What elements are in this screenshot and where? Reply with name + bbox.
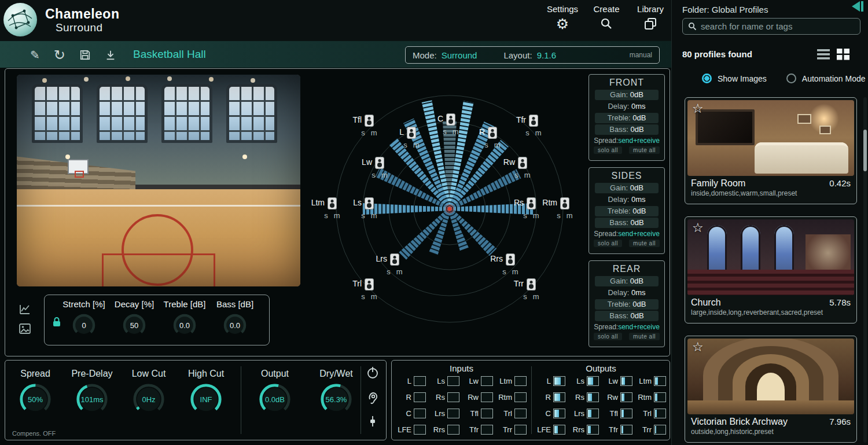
mute-button[interactable]: m bbox=[494, 141, 501, 149]
predelay-knob[interactable]: 101ms bbox=[75, 383, 109, 416]
group-spread[interactable]: Spread:send+receive bbox=[591, 230, 662, 238]
nav-settings[interactable]: Settings ⚙ bbox=[540, 4, 584, 32]
speaker-rs[interactable]: Rs sm bbox=[527, 197, 536, 209]
solo-button[interactable]: s bbox=[403, 141, 407, 149]
collapse-panel-icon[interactable] bbox=[848, 0, 866, 16]
save-icon[interactable] bbox=[79, 49, 91, 61]
output-meter[interactable] bbox=[553, 392, 565, 402]
download-icon[interactable] bbox=[105, 49, 116, 61]
mute-button[interactable]: m bbox=[533, 211, 539, 220]
output-meter[interactable] bbox=[553, 409, 565, 418]
grid-view-icon[interactable] bbox=[837, 49, 849, 60]
mute-button[interactable]: m bbox=[533, 292, 539, 301]
compensation-status[interactable]: Compens. OFF bbox=[12, 430, 56, 437]
solo-button[interactable]: s bbox=[557, 211, 561, 220]
solo-button[interactable]: s bbox=[372, 171, 376, 179]
profile-card-victorian-brick-archway[interactable]: ☆ Victorian Brick Archway 7.96s outside,… bbox=[685, 336, 857, 443]
group-treble[interactable]: Treble: 0dB bbox=[595, 113, 659, 123]
mute-button[interactable]: m bbox=[512, 267, 518, 276]
search-box[interactable] bbox=[682, 18, 860, 35]
input-meter[interactable] bbox=[514, 392, 527, 402]
output-meter[interactable] bbox=[587, 376, 599, 386]
image-icon[interactable] bbox=[18, 322, 32, 338]
spread-knob[interactable]: 50% bbox=[19, 383, 52, 416]
group-spread[interactable]: Spread:send+receive bbox=[591, 137, 662, 145]
speaker-l[interactable]: L sm bbox=[407, 127, 416, 139]
waterfall-chart-icon[interactable] bbox=[18, 303, 32, 319]
mute-button[interactable]: m bbox=[567, 211, 573, 220]
output-meter[interactable] bbox=[654, 425, 666, 435]
input-meter[interactable] bbox=[514, 425, 527, 435]
input-meter[interactable] bbox=[447, 409, 459, 418]
input-meter[interactable] bbox=[447, 425, 459, 435]
speaker-icon[interactable] bbox=[529, 115, 538, 127]
output-meter[interactable] bbox=[654, 409, 666, 418]
solo-button[interactable]: s bbox=[361, 211, 365, 220]
output-meter[interactable] bbox=[620, 376, 632, 386]
input-meter[interactable] bbox=[414, 409, 426, 418]
speaker-ltm[interactable]: Ltm sm bbox=[328, 197, 337, 209]
group-delay[interactable]: Delay: 0ms bbox=[595, 194, 659, 205]
speaker-icon[interactable] bbox=[390, 253, 399, 266]
gear-icon[interactable]: ⚙ bbox=[556, 16, 569, 32]
input-meter[interactable] bbox=[514, 376, 527, 386]
mute-button[interactable]: m bbox=[371, 128, 377, 137]
group-treble[interactable]: Treble: 0dB bbox=[595, 299, 659, 310]
preset-name[interactable]: Basketball Hall bbox=[133, 48, 206, 61]
nav-create[interactable]: Create bbox=[584, 4, 628, 32]
solo-button[interactable]: s bbox=[324, 211, 328, 220]
group-gain[interactable]: Gain: 0dB bbox=[595, 90, 659, 100]
mute-button[interactable]: m bbox=[524, 171, 531, 179]
speaker-icon[interactable] bbox=[365, 278, 374, 290]
speaker-lrs[interactable]: Lrs sm bbox=[390, 253, 399, 266]
mute-button[interactable]: m bbox=[371, 292, 377, 301]
drywet-knob[interactable]: 56.3% bbox=[319, 383, 353, 416]
input-meter[interactable] bbox=[414, 425, 426, 435]
speaker-r[interactable]: R sm bbox=[488, 127, 497, 139]
bass-knob[interactable]: 0.0 bbox=[222, 312, 248, 338]
input-meter[interactable] bbox=[414, 376, 426, 386]
speaker-lw[interactable]: Lw sm bbox=[375, 157, 384, 169]
speaker-icon[interactable] bbox=[560, 197, 569, 209]
mini-fader-icon[interactable] bbox=[365, 414, 382, 431]
solo-button[interactable]: s bbox=[525, 128, 529, 137]
group-delay[interactable]: Delay: 0ms bbox=[595, 101, 659, 112]
library-copy-icon[interactable] bbox=[643, 16, 657, 32]
input-meter[interactable] bbox=[514, 409, 527, 418]
treble-knob[interactable]: 0.0 bbox=[172, 312, 197, 338]
mode-value[interactable]: Surround bbox=[442, 50, 477, 60]
mute-button[interactable]: m bbox=[396, 267, 403, 276]
speaker-tfr[interactable]: Tfr sm bbox=[529, 115, 538, 127]
input-meter[interactable] bbox=[414, 392, 426, 402]
group-bass[interactable]: Bass: 0dB bbox=[595, 311, 659, 321]
output-meter[interactable] bbox=[587, 409, 599, 418]
output-meter[interactable] bbox=[620, 392, 632, 402]
input-meter[interactable] bbox=[481, 409, 493, 418]
mute-all-button[interactable]: mute all bbox=[629, 240, 660, 247]
library-scrollbar[interactable] bbox=[863, 97, 867, 443]
layout-value[interactable]: 9.1.6 bbox=[537, 50, 556, 60]
solo-button[interactable]: s bbox=[361, 128, 365, 137]
mute-all-button[interactable]: mute all bbox=[629, 333, 660, 340]
speaker-icon[interactable] bbox=[488, 127, 497, 139]
solo-button[interactable]: s bbox=[361, 292, 365, 301]
room-image[interactable] bbox=[17, 75, 300, 286]
output-meter[interactable] bbox=[620, 409, 632, 418]
group-bass[interactable]: Bass: 0dB bbox=[595, 124, 659, 135]
group-gain[interactable]: Gain: 0dB bbox=[595, 276, 659, 286]
scrollbar-thumb[interactable] bbox=[863, 130, 867, 171]
output-knob[interactable]: 0.0dB bbox=[258, 383, 292, 416]
output-meter[interactable] bbox=[654, 392, 666, 402]
profile-card-church[interactable]: ☆ Church 5.78s large,inside,long,reverbe… bbox=[685, 216, 857, 323]
power-icon[interactable] bbox=[365, 365, 382, 383]
input-meter[interactable] bbox=[447, 392, 459, 402]
input-meter[interactable] bbox=[481, 425, 493, 435]
speaker-icon[interactable] bbox=[506, 253, 515, 266]
solo-button[interactable]: s bbox=[443, 127, 447, 136]
speaker-icon[interactable] bbox=[365, 197, 374, 209]
group-spread[interactable]: Spread:send+receive bbox=[591, 323, 662, 331]
mute-button[interactable]: m bbox=[334, 211, 340, 220]
speaker-icon[interactable] bbox=[446, 113, 455, 126]
input-meter[interactable] bbox=[481, 376, 493, 386]
favorite-star-icon[interactable]: ☆ bbox=[692, 220, 704, 236]
